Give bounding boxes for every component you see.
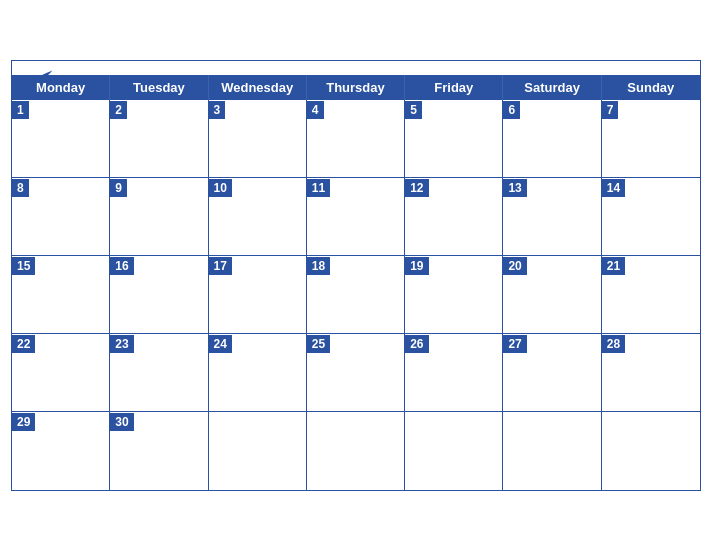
day-number: 24 — [209, 335, 232, 353]
day-number: 1 — [12, 101, 29, 119]
day-cell: 18 — [307, 256, 405, 334]
day-number: 20 — [503, 257, 526, 275]
day-header-sunday: Sunday — [602, 75, 700, 100]
day-cell: 25 — [307, 334, 405, 412]
day-cell: 29 — [12, 412, 110, 490]
day-header-saturday: Saturday — [503, 75, 601, 100]
calendar-grid: 1234567891011121314151617181920212223242… — [12, 100, 700, 490]
day-number: 7 — [602, 101, 619, 119]
day-cell: 13 — [503, 178, 601, 256]
day-number: 15 — [12, 257, 35, 275]
day-cell: 16 — [110, 256, 208, 334]
day-cell: 14 — [602, 178, 700, 256]
day-cell: 24 — [209, 334, 307, 412]
day-number: 27 — [503, 335, 526, 353]
day-cell — [602, 412, 700, 490]
day-cell: 5 — [405, 100, 503, 178]
day-number: 19 — [405, 257, 428, 275]
day-header-friday: Friday — [405, 75, 503, 100]
day-number: 30 — [110, 413, 133, 431]
day-number: 16 — [110, 257, 133, 275]
day-cell: 9 — [110, 178, 208, 256]
day-header-wednesday: Wednesday — [209, 75, 307, 100]
day-header-tuesday: Tuesday — [110, 75, 208, 100]
day-cell: 3 — [209, 100, 307, 178]
day-number: 2 — [110, 101, 127, 119]
day-cell: 11 — [307, 178, 405, 256]
logo-icon — [26, 69, 54, 87]
day-cell: 23 — [110, 334, 208, 412]
day-cell — [307, 412, 405, 490]
day-number: 13 — [503, 179, 526, 197]
day-cell: 30 — [110, 412, 208, 490]
day-cell: 4 — [307, 100, 405, 178]
day-cell: 6 — [503, 100, 601, 178]
day-number: 5 — [405, 101, 422, 119]
day-cell — [405, 412, 503, 490]
day-number: 3 — [209, 101, 226, 119]
day-number: 10 — [209, 179, 232, 197]
day-cell: 22 — [12, 334, 110, 412]
day-header-thursday: Thursday — [307, 75, 405, 100]
day-number: 22 — [12, 335, 35, 353]
day-cell: 10 — [209, 178, 307, 256]
day-cell: 21 — [602, 256, 700, 334]
day-cell: 17 — [209, 256, 307, 334]
day-number: 14 — [602, 179, 625, 197]
day-cell: 19 — [405, 256, 503, 334]
day-number: 26 — [405, 335, 428, 353]
day-cell: 7 — [602, 100, 700, 178]
day-number: 9 — [110, 179, 127, 197]
day-number: 18 — [307, 257, 330, 275]
day-number: 12 — [405, 179, 428, 197]
day-number: 4 — [307, 101, 324, 119]
day-number: 21 — [602, 257, 625, 275]
day-number: 6 — [503, 101, 520, 119]
day-cell: 8 — [12, 178, 110, 256]
day-cell: 15 — [12, 256, 110, 334]
calendar: MondayTuesdayWednesdayThursdayFridaySatu… — [11, 60, 701, 491]
logo-area — [26, 69, 54, 87]
day-cell: 12 — [405, 178, 503, 256]
day-cell: 20 — [503, 256, 601, 334]
day-number: 17 — [209, 257, 232, 275]
day-cell: 1 — [12, 100, 110, 178]
day-headers: MondayTuesdayWednesdayThursdayFridaySatu… — [12, 75, 700, 100]
day-number: 8 — [12, 179, 29, 197]
day-number: 29 — [12, 413, 35, 431]
day-number: 11 — [307, 179, 330, 197]
day-number: 25 — [307, 335, 330, 353]
day-cell — [503, 412, 601, 490]
day-number: 23 — [110, 335, 133, 353]
day-cell: 26 — [405, 334, 503, 412]
day-cell: 2 — [110, 100, 208, 178]
day-number: 28 — [602, 335, 625, 353]
day-cell: 27 — [503, 334, 601, 412]
day-cell — [209, 412, 307, 490]
calendar-header — [12, 61, 700, 75]
day-cell: 28 — [602, 334, 700, 412]
